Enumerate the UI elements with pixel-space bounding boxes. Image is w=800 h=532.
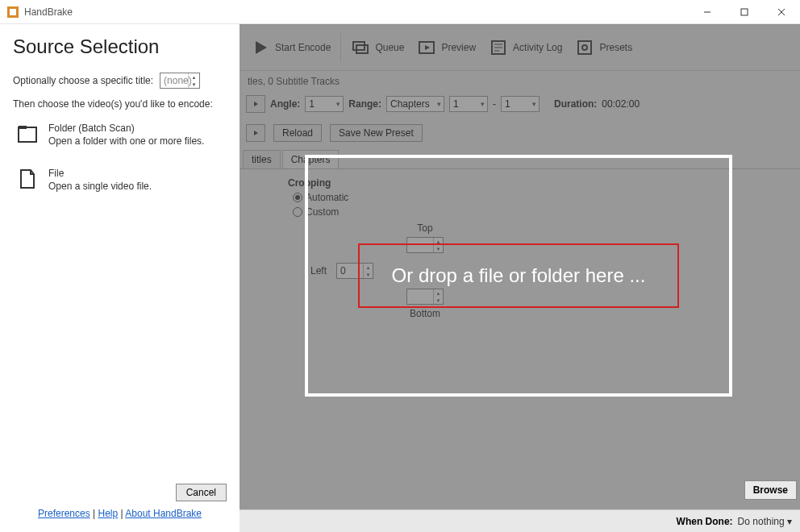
title-bar: HandBrake xyxy=(0,0,800,24)
file-option-desc: Open a single video file. xyxy=(48,181,152,192)
angle-label: Angle: xyxy=(270,98,300,110)
svg-marker-20 xyxy=(254,131,258,135)
range-type-value: Chapters xyxy=(390,98,430,110)
play-icon xyxy=(251,38,270,57)
browse-button[interactable]: Browse xyxy=(744,480,797,500)
range-to-value: 1 xyxy=(505,98,510,110)
activity-log-label: Activity Log xyxy=(513,42,562,53)
save-new-preset-button[interactable]: Save New Preset xyxy=(330,124,423,142)
main-toolbar: Start Encode Queue Preview Activity Log xyxy=(240,24,800,71)
range-to-select[interactable]: 1 xyxy=(501,96,540,112)
footer-links: Preferences | Help | About HandBrake xyxy=(13,508,227,519)
angle-prev-button[interactable] xyxy=(246,95,265,113)
open-folder-option[interactable]: Folder (Batch Scan) Open a folder with o… xyxy=(13,121,227,148)
about-link[interactable]: About HandBrake xyxy=(125,508,202,519)
source-selection-heading: Source Selection xyxy=(13,35,227,58)
when-done-value: Do nothing xyxy=(738,516,785,527)
range-type-select[interactable]: Chapters xyxy=(386,96,444,112)
help-link[interactable]: Help xyxy=(98,508,118,519)
range-label: Range: xyxy=(348,98,381,110)
radio-unchecked-icon xyxy=(293,207,302,217)
svg-marker-19 xyxy=(254,102,258,106)
when-done-label: When Done: xyxy=(677,516,733,527)
title-number-input[interactable]: (none) ▲▼ xyxy=(160,73,200,89)
window-minimize-button[interactable] xyxy=(689,0,726,24)
file-icon xyxy=(16,168,39,190)
preview-label: Preview xyxy=(441,42,476,53)
drop-zone-text: Or drop a file or folder here ... xyxy=(392,264,646,287)
presets-icon xyxy=(575,38,594,57)
svg-rect-6 xyxy=(19,127,36,142)
title-choose-label: Optionally choose a specific title: xyxy=(13,75,153,86)
svg-rect-3 xyxy=(741,9,748,15)
cancel-button[interactable]: Cancel xyxy=(176,484,227,501)
svg-marker-12 xyxy=(425,45,430,50)
queue-button[interactable]: Queue xyxy=(346,35,409,60)
range-from-value: 1 xyxy=(453,98,459,110)
svg-rect-17 xyxy=(578,41,591,54)
spinner-arrows-icon[interactable]: ▲▼ xyxy=(188,73,199,88)
instruction-text: Then choose the video(s) you'd like to e… xyxy=(13,98,227,110)
start-encode-button[interactable]: Start Encode xyxy=(246,35,335,60)
start-encode-label: Start Encode xyxy=(275,42,331,53)
activity-log-button[interactable]: Activity Log xyxy=(484,35,567,60)
window-maximize-button[interactable] xyxy=(726,0,763,24)
tab-subtitles[interactable]: titles xyxy=(243,150,281,168)
radio-checked-icon xyxy=(293,193,302,202)
folder-icon xyxy=(16,123,39,145)
preferences-link[interactable]: Preferences xyxy=(38,508,90,519)
svg-rect-1 xyxy=(10,9,16,15)
preview-icon xyxy=(417,38,436,57)
preset-prev-button[interactable] xyxy=(246,124,265,142)
svg-marker-8 xyxy=(256,41,267,54)
log-icon xyxy=(489,38,508,57)
folder-option-title: Folder (Batch Scan) xyxy=(48,123,204,134)
open-file-option[interactable]: File Open a single video file. xyxy=(13,166,227,193)
when-done-select[interactable]: Do nothing ▾ xyxy=(738,516,792,527)
duration-value: 00:02:00 xyxy=(602,98,640,110)
folder-option-desc: Open a folder with one or more files. xyxy=(48,135,204,147)
duration-label: Duration: xyxy=(554,98,597,110)
svg-point-18 xyxy=(582,45,587,50)
svg-rect-7 xyxy=(19,126,27,129)
range-dash: - xyxy=(493,98,496,110)
app-title: HandBrake xyxy=(24,6,689,18)
presets-label: Presets xyxy=(599,42,632,53)
app-icon xyxy=(6,6,19,19)
drop-zone[interactable]: Or drop a file or folder here ... xyxy=(305,155,732,397)
queue-label: Queue xyxy=(375,42,404,53)
status-bar: When Done: Do nothing ▾ xyxy=(240,509,800,532)
presets-button[interactable]: Presets xyxy=(570,35,637,60)
tracks-info-text: tles, 0 Subtitle Tracks xyxy=(240,71,800,92)
angle-select[interactable]: 1 xyxy=(305,96,344,112)
range-from-select[interactable]: 1 xyxy=(449,96,488,112)
queue-icon xyxy=(351,38,370,57)
source-selection-panel: Source Selection Optionally choose a spe… xyxy=(0,24,240,532)
preview-button[interactable]: Preview xyxy=(412,35,481,60)
toolbar-separator xyxy=(340,33,341,62)
reload-button[interactable]: Reload xyxy=(273,124,322,142)
file-option-title: File xyxy=(48,168,152,179)
window-close-button[interactable] xyxy=(763,0,800,24)
angle-value: 1 xyxy=(309,98,315,110)
drop-zone-highlight: Or drop a file or folder here ... xyxy=(358,243,680,308)
